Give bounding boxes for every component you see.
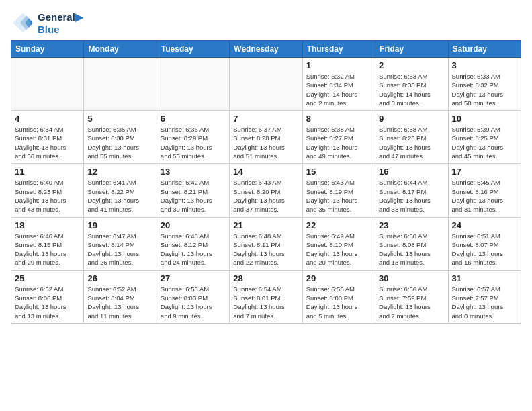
day-cell: 8Sunrise: 6:38 AM Sunset: 8:27 PM Daylig… bbox=[302, 111, 375, 164]
logo: General▶ Blue bbox=[11, 11, 83, 35]
day-cell: 31Sunrise: 6:57 AM Sunset: 7:57 PM Dayli… bbox=[448, 270, 521, 323]
day-info: Sunrise: 6:36 AM Sunset: 8:29 PM Dayligh… bbox=[161, 125, 226, 161]
day-cell bbox=[11, 58, 84, 111]
day-cell: 21Sunrise: 6:48 AM Sunset: 8:11 PM Dayli… bbox=[230, 217, 302, 270]
page-header: General▶ Blue bbox=[11, 11, 521, 35]
day-number: 11 bbox=[15, 167, 80, 177]
calendar-body: 1Sunrise: 6:32 AM Sunset: 8:34 PM Daylig… bbox=[11, 58, 521, 324]
weekday-sunday: Sunday bbox=[11, 41, 84, 58]
day-number: 2 bbox=[379, 60, 444, 71]
day-number: 15 bbox=[306, 167, 371, 177]
weekday-header-row: SundayMondayTuesdayWednesdayThursdayFrid… bbox=[11, 41, 521, 58]
day-info: Sunrise: 6:51 AM Sunset: 8:07 PM Dayligh… bbox=[452, 232, 517, 267]
weekday-wednesday: Wednesday bbox=[230, 41, 302, 58]
day-cell: 30Sunrise: 6:56 AM Sunset: 7:59 PM Dayli… bbox=[375, 270, 448, 323]
day-cell: 9Sunrise: 6:38 AM Sunset: 8:26 PM Daylig… bbox=[375, 111, 448, 164]
day-info: Sunrise: 6:48 AM Sunset: 8:12 PM Dayligh… bbox=[161, 232, 226, 267]
day-cell: 7Sunrise: 6:37 AM Sunset: 8:28 PM Daylig… bbox=[230, 111, 302, 164]
day-info: Sunrise: 6:34 AM Sunset: 8:31 PM Dayligh… bbox=[15, 125, 80, 161]
day-info: Sunrise: 6:44 AM Sunset: 8:17 PM Dayligh… bbox=[379, 178, 444, 214]
day-number: 12 bbox=[87, 167, 152, 177]
day-number: 22 bbox=[306, 220, 371, 230]
day-cell: 10Sunrise: 6:39 AM Sunset: 8:25 PM Dayli… bbox=[448, 111, 521, 164]
day-info: Sunrise: 6:33 AM Sunset: 8:33 PM Dayligh… bbox=[379, 72, 444, 107]
day-cell: 29Sunrise: 6:55 AM Sunset: 8:00 PM Dayli… bbox=[302, 270, 375, 323]
day-number: 8 bbox=[306, 113, 371, 124]
day-number: 24 bbox=[452, 220, 517, 230]
day-info: Sunrise: 6:52 AM Sunset: 8:04 PM Dayligh… bbox=[87, 285, 152, 320]
day-cell: 13Sunrise: 6:42 AM Sunset: 8:21 PM Dayli… bbox=[157, 164, 229, 217]
day-info: Sunrise: 6:47 AM Sunset: 8:14 PM Dayligh… bbox=[87, 232, 152, 267]
day-cell: 16Sunrise: 6:44 AM Sunset: 8:17 PM Dayli… bbox=[375, 164, 448, 217]
weekday-friday: Friday bbox=[375, 41, 448, 58]
day-number: 20 bbox=[161, 220, 226, 230]
day-info: Sunrise: 6:48 AM Sunset: 8:11 PM Dayligh… bbox=[233, 232, 298, 267]
day-number: 18 bbox=[15, 220, 80, 230]
day-cell: 14Sunrise: 6:43 AM Sunset: 8:20 PM Dayli… bbox=[230, 164, 302, 217]
day-info: Sunrise: 6:50 AM Sunset: 8:08 PM Dayligh… bbox=[379, 232, 444, 267]
day-number: 19 bbox=[87, 220, 152, 230]
day-info: Sunrise: 6:42 AM Sunset: 8:21 PM Dayligh… bbox=[161, 178, 226, 214]
logo-text: General▶ Blue bbox=[38, 11, 83, 35]
week-row-1: 1Sunrise: 6:32 AM Sunset: 8:34 PM Daylig… bbox=[11, 58, 521, 111]
day-info: Sunrise: 6:33 AM Sunset: 8:32 PM Dayligh… bbox=[452, 72, 517, 107]
day-number: 27 bbox=[161, 273, 226, 283]
day-cell: 25Sunrise: 6:52 AM Sunset: 8:06 PM Dayli… bbox=[11, 270, 84, 323]
day-number: 26 bbox=[87, 273, 152, 283]
day-number: 16 bbox=[379, 167, 444, 177]
day-cell: 26Sunrise: 6:52 AM Sunset: 8:04 PM Dayli… bbox=[84, 270, 157, 323]
day-cell: 2Sunrise: 6:33 AM Sunset: 8:33 PM Daylig… bbox=[375, 58, 448, 111]
weekday-tuesday: Tuesday bbox=[157, 41, 229, 58]
day-info: Sunrise: 6:43 AM Sunset: 8:19 PM Dayligh… bbox=[306, 178, 371, 214]
day-cell: 22Sunrise: 6:49 AM Sunset: 8:10 PM Dayli… bbox=[302, 217, 375, 270]
calendar-table: SundayMondayTuesdayWednesdayThursdayFrid… bbox=[11, 40, 521, 324]
day-number: 23 bbox=[379, 220, 444, 230]
day-cell: 6Sunrise: 6:36 AM Sunset: 8:29 PM Daylig… bbox=[157, 111, 229, 164]
day-number: 4 bbox=[15, 113, 80, 124]
day-info: Sunrise: 6:55 AM Sunset: 8:00 PM Dayligh… bbox=[306, 285, 371, 320]
week-row-2: 4Sunrise: 6:34 AM Sunset: 8:31 PM Daylig… bbox=[11, 111, 521, 164]
day-number: 30 bbox=[379, 273, 444, 283]
day-cell: 27Sunrise: 6:53 AM Sunset: 8:03 PM Dayli… bbox=[157, 270, 229, 323]
day-cell: 5Sunrise: 6:35 AM Sunset: 8:30 PM Daylig… bbox=[84, 111, 157, 164]
day-info: Sunrise: 6:53 AM Sunset: 8:03 PM Dayligh… bbox=[161, 285, 226, 320]
day-cell: 11Sunrise: 6:40 AM Sunset: 8:23 PM Dayli… bbox=[11, 164, 84, 217]
day-info: Sunrise: 6:38 AM Sunset: 8:27 PM Dayligh… bbox=[306, 125, 371, 161]
day-info: Sunrise: 6:40 AM Sunset: 8:23 PM Dayligh… bbox=[15, 178, 80, 214]
day-cell bbox=[84, 58, 157, 111]
weekday-saturday: Saturday bbox=[448, 41, 521, 58]
day-cell: 23Sunrise: 6:50 AM Sunset: 8:08 PM Dayli… bbox=[375, 217, 448, 270]
week-row-3: 11Sunrise: 6:40 AM Sunset: 8:23 PM Dayli… bbox=[11, 164, 521, 217]
day-number: 7 bbox=[233, 113, 298, 124]
day-cell: 15Sunrise: 6:43 AM Sunset: 8:19 PM Dayli… bbox=[302, 164, 375, 217]
day-number: 21 bbox=[233, 220, 298, 230]
weekday-monday: Monday bbox=[84, 41, 157, 58]
week-row-5: 25Sunrise: 6:52 AM Sunset: 8:06 PM Dayli… bbox=[11, 270, 521, 323]
day-number: 6 bbox=[161, 113, 226, 124]
day-info: Sunrise: 6:43 AM Sunset: 8:20 PM Dayligh… bbox=[233, 178, 298, 214]
day-cell: 12Sunrise: 6:41 AM Sunset: 8:22 PM Dayli… bbox=[84, 164, 157, 217]
day-number: 31 bbox=[452, 273, 517, 283]
day-info: Sunrise: 6:35 AM Sunset: 8:30 PM Dayligh… bbox=[87, 125, 152, 161]
weekday-thursday: Thursday bbox=[302, 41, 375, 58]
day-cell: 1Sunrise: 6:32 AM Sunset: 8:34 PM Daylig… bbox=[302, 58, 375, 111]
day-number: 5 bbox=[87, 113, 152, 124]
day-cell: 20Sunrise: 6:48 AM Sunset: 8:12 PM Dayli… bbox=[157, 217, 229, 270]
day-number: 3 bbox=[452, 60, 517, 71]
day-info: Sunrise: 6:46 AM Sunset: 8:15 PM Dayligh… bbox=[15, 232, 80, 267]
day-number: 29 bbox=[306, 273, 371, 283]
day-cell: 3Sunrise: 6:33 AM Sunset: 8:32 PM Daylig… bbox=[448, 58, 521, 111]
day-cell: 18Sunrise: 6:46 AM Sunset: 8:15 PM Dayli… bbox=[11, 217, 84, 270]
day-info: Sunrise: 6:32 AM Sunset: 8:34 PM Dayligh… bbox=[306, 72, 371, 107]
day-number: 28 bbox=[233, 273, 298, 283]
day-info: Sunrise: 6:45 AM Sunset: 8:16 PM Dayligh… bbox=[452, 178, 517, 214]
day-cell: 17Sunrise: 6:45 AM Sunset: 8:16 PM Dayli… bbox=[448, 164, 521, 217]
day-info: Sunrise: 6:57 AM Sunset: 7:57 PM Dayligh… bbox=[452, 285, 517, 320]
day-info: Sunrise: 6:39 AM Sunset: 8:25 PM Dayligh… bbox=[452, 125, 517, 161]
day-number: 1 bbox=[306, 60, 371, 71]
day-cell bbox=[230, 58, 302, 111]
logo-icon bbox=[11, 11, 35, 35]
day-cell: 19Sunrise: 6:47 AM Sunset: 8:14 PM Dayli… bbox=[84, 217, 157, 270]
day-number: 25 bbox=[15, 273, 80, 283]
day-info: Sunrise: 6:56 AM Sunset: 7:59 PM Dayligh… bbox=[379, 285, 444, 320]
